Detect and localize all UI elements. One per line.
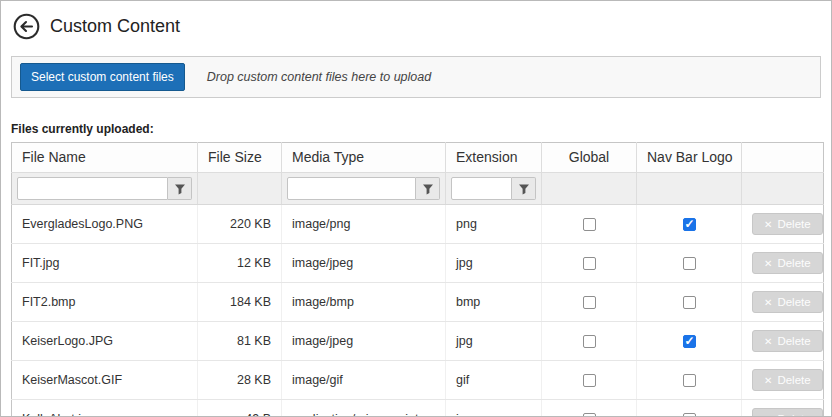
media-type-cell: image/gif — [282, 361, 446, 400]
column-header-global: Global — [542, 143, 637, 173]
nav-bar-logo-cell — [637, 322, 742, 361]
extension-cell: gif — [446, 361, 542, 400]
global-checkbox[interactable] — [583, 257, 596, 270]
file-name-cell: KeiserLogo.JPG — [12, 322, 198, 361]
file-table-body: EvergladesLogo.PNG220 KBimage/pngpng✕Del… — [12, 205, 824, 417]
media-type-cell: application/x-javascript — [282, 400, 446, 417]
table-row: KellyAlert.js49 Bapplication/x-javascrip… — [12, 400, 824, 417]
delete-x-icon: ✕ — [764, 336, 772, 347]
file-name-cell: KellyAlert.js — [12, 400, 198, 417]
delete-x-icon: ✕ — [764, 297, 772, 308]
delete-button-label: Delete — [777, 413, 810, 417]
column-header-nav-bar-logo: Nav Bar Logo — [637, 143, 742, 173]
column-header-media-type: Media Type — [282, 143, 446, 173]
delete-x-icon: ✕ — [764, 258, 772, 269]
custom-content-page: Custom Content Select custom content fil… — [0, 0, 832, 417]
file-name-filter-input[interactable] — [17, 177, 168, 200]
drop-hint-text: Drop custom content files here to upload — [207, 70, 431, 84]
media-type-cell: image/jpeg — [282, 322, 446, 361]
nav-bar-logo-cell — [637, 400, 742, 417]
delete-cell: ✕Delete — [742, 322, 824, 361]
file-size-cell: 28 KB — [198, 361, 282, 400]
file-size-cell: 81 KB — [198, 322, 282, 361]
media-type-filter-button[interactable] — [416, 177, 440, 200]
delete-cell: ✕Delete — [742, 361, 824, 400]
global-cell — [542, 322, 637, 361]
global-cell — [542, 205, 637, 244]
extension-cell: jpg — [446, 244, 542, 283]
global-checkbox[interactable] — [583, 296, 596, 309]
delete-button[interactable]: ✕Delete — [752, 291, 823, 313]
extension-cell: png — [446, 205, 542, 244]
media-type-filter-input[interactable] — [287, 177, 416, 200]
delete-cell: ✕Delete — [742, 400, 824, 417]
extension-filter-cell — [446, 173, 542, 205]
extension-filter-button[interactable] — [512, 177, 536, 200]
back-button[interactable] — [13, 13, 40, 40]
nav-bar-logo-filter-cell — [637, 173, 742, 205]
delete-button-label: Delete — [777, 296, 810, 308]
delete-button-label: Delete — [777, 374, 810, 386]
nav-bar-logo-checkbox[interactable] — [683, 218, 696, 231]
file-size-cell: 49 B — [198, 400, 282, 417]
nav-bar-logo-checkbox[interactable] — [683, 335, 696, 348]
media-type-cell: image/png — [282, 205, 446, 244]
uploaded-files-table: File Name File Size Media Type Extension… — [11, 142, 824, 417]
extension-cell: bmp — [446, 283, 542, 322]
file-name-cell: FIT.jpg — [12, 244, 198, 283]
global-filter-cell — [542, 173, 637, 205]
files-uploaded-label: Files currently uploaded: — [11, 122, 821, 136]
funnel-icon — [422, 183, 434, 195]
media-type-cell: image/bmp — [282, 283, 446, 322]
file-name-cell: FIT2.bmp — [12, 283, 198, 322]
funnel-icon — [518, 183, 530, 195]
global-checkbox[interactable] — [583, 413, 596, 417]
extension-cell: jpg — [446, 322, 542, 361]
nav-bar-logo-cell — [637, 205, 742, 244]
file-size-cell: 220 KB — [198, 205, 282, 244]
column-header-actions — [742, 143, 824, 173]
nav-bar-logo-checkbox[interactable] — [683, 257, 696, 270]
global-checkbox[interactable] — [583, 335, 596, 348]
delete-x-icon: ✕ — [764, 414, 772, 417]
column-header-extension: Extension — [446, 143, 542, 173]
delete-button[interactable]: ✕Delete — [752, 330, 823, 352]
file-name-filter-button[interactable] — [168, 177, 192, 200]
nav-bar-logo-cell — [637, 244, 742, 283]
nav-bar-logo-checkbox[interactable] — [683, 413, 696, 417]
delete-button[interactable]: ✕Delete — [752, 213, 823, 235]
file-name-filter-cell — [12, 173, 198, 205]
delete-button-label: Delete — [777, 257, 810, 269]
actions-filter-cell — [742, 173, 824, 205]
column-header-file-size: File Size — [198, 143, 282, 173]
upload-dropzone[interactable]: Select custom content files Drop custom … — [11, 56, 821, 98]
back-arrow-icon — [13, 13, 40, 40]
table-row: FIT2.bmp184 KBimage/bmpbmp✕Delete — [12, 283, 824, 322]
nav-bar-logo-checkbox[interactable] — [683, 374, 696, 387]
global-cell — [542, 400, 637, 417]
extension-filter-input[interactable] — [451, 177, 512, 200]
table-header-row: File Name File Size Media Type Extension… — [12, 143, 824, 173]
table-row: KeiserLogo.JPG81 KBimage/jpegjpg✕Delete — [12, 322, 824, 361]
delete-button[interactable]: ✕Delete — [752, 369, 823, 391]
page-header: Custom Content — [1, 1, 831, 46]
delete-cell: ✕Delete — [742, 283, 824, 322]
funnel-icon — [174, 183, 186, 195]
delete-button[interactable]: ✕Delete — [752, 252, 823, 274]
delete-button[interactable]: ✕Delete — [752, 408, 823, 417]
delete-cell: ✕Delete — [742, 244, 824, 283]
global-checkbox[interactable] — [583, 218, 596, 231]
global-cell — [542, 283, 637, 322]
delete-cell: ✕Delete — [742, 205, 824, 244]
file-name-cell: EvergladesLogo.PNG — [12, 205, 198, 244]
nav-bar-logo-cell — [637, 283, 742, 322]
delete-button-label: Delete — [777, 218, 810, 230]
file-size-cell: 184 KB — [198, 283, 282, 322]
global-checkbox[interactable] — [583, 374, 596, 387]
file-size-cell: 12 KB — [198, 244, 282, 283]
media-type-cell: image/jpeg — [282, 244, 446, 283]
table-row: FIT.jpg12 KBimage/jpegjpg✕Delete — [12, 244, 824, 283]
select-custom-content-files-button[interactable]: Select custom content files — [20, 63, 185, 91]
nav-bar-logo-checkbox[interactable] — [683, 296, 696, 309]
media-type-filter-cell — [282, 173, 446, 205]
